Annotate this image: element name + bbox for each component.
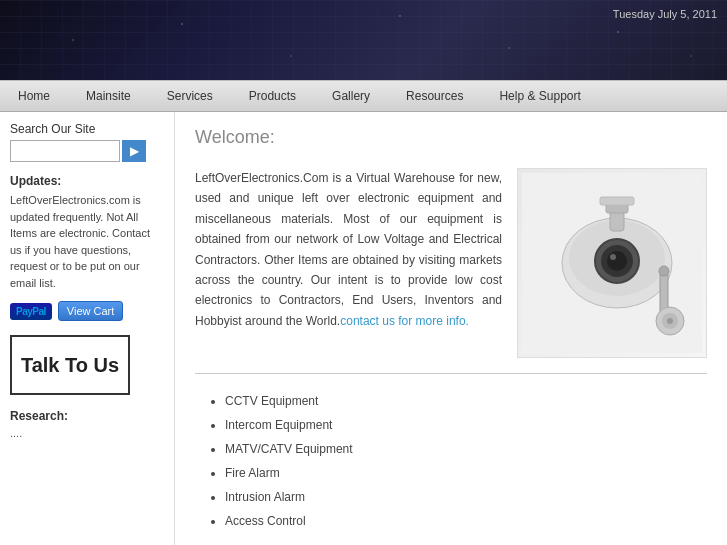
research-title: Research:	[10, 409, 164, 423]
paypal-row: PayPal View Cart	[10, 301, 164, 321]
search-button[interactable]: ▶	[122, 140, 146, 162]
contact-link[interactable]: contact us for more info.	[340, 314, 469, 328]
list-item: Fire Alarm	[225, 461, 707, 485]
paypal-text: PayPal	[16, 306, 46, 317]
content-flex: LeftOverElectronics.Com is a Virtual War…	[195, 168, 707, 358]
search-row: ▶	[10, 140, 164, 162]
search-icon: ▶	[130, 144, 139, 158]
svg-rect-9	[600, 197, 634, 205]
bullet-list: CCTV Equipment Intercom Equipment MATV/C…	[195, 389, 707, 533]
banner-background: Tuesday July 5, 2011	[0, 0, 727, 80]
list-item: Access Control	[225, 509, 707, 533]
research-dots: ....	[10, 427, 164, 439]
svg-point-11	[659, 266, 669, 276]
updates-text: LeftOverElectronics.com is updated frequ…	[10, 192, 164, 291]
product-image	[517, 168, 707, 358]
nav-mainsite[interactable]: Mainsite	[68, 81, 149, 111]
content-body: LeftOverElectronics.Com is a Virtual War…	[195, 168, 502, 358]
view-cart-button[interactable]: View Cart	[58, 301, 123, 321]
paypal-logo: PayPal	[10, 303, 52, 320]
header-banner: Tuesday July 5, 2011	[0, 0, 727, 80]
header-date: Tuesday July 5, 2011	[613, 8, 717, 20]
nav-gallery[interactable]: Gallery	[314, 81, 388, 111]
svg-point-14	[667, 318, 673, 324]
list-item: CCTV Equipment	[225, 389, 707, 413]
list-item: Intercom Equipment	[225, 413, 707, 437]
search-input[interactable]	[10, 140, 120, 162]
svg-rect-7	[610, 211, 624, 231]
welcome-heading: Welcome:	[195, 127, 707, 148]
search-label: Search Our Site	[10, 122, 164, 136]
body-text: LeftOverElectronics.Com is a Virtual War…	[195, 171, 502, 328]
nav-products[interactable]: Products	[231, 81, 314, 111]
nav-services[interactable]: Services	[149, 81, 231, 111]
camera-image-svg	[522, 173, 702, 353]
divider-line	[195, 373, 707, 374]
talk-text: Talk To Us	[21, 353, 119, 377]
navigation-bar: Home Mainsite Services Products Gallery …	[0, 80, 727, 112]
nav-resources[interactable]: Resources	[388, 81, 481, 111]
list-item: Intrusion Alarm	[225, 485, 707, 509]
content-area: Welcome: LeftOverElectronics.Com is a Vi…	[175, 112, 727, 545]
nav-help-support[interactable]: Help & Support	[481, 81, 598, 111]
svg-point-5	[607, 251, 627, 271]
list-item: MATV/CATV Equipment	[225, 437, 707, 461]
sidebar: Search Our Site ▶ Updates: LeftOverElect…	[0, 112, 175, 545]
talk-box[interactable]: Talk To Us	[10, 335, 130, 395]
main-layout: Search Our Site ▶ Updates: LeftOverElect…	[0, 112, 727, 545]
updates-title: Updates:	[10, 174, 164, 188]
svg-point-6	[610, 254, 616, 260]
nav-home[interactable]: Home	[0, 81, 68, 111]
